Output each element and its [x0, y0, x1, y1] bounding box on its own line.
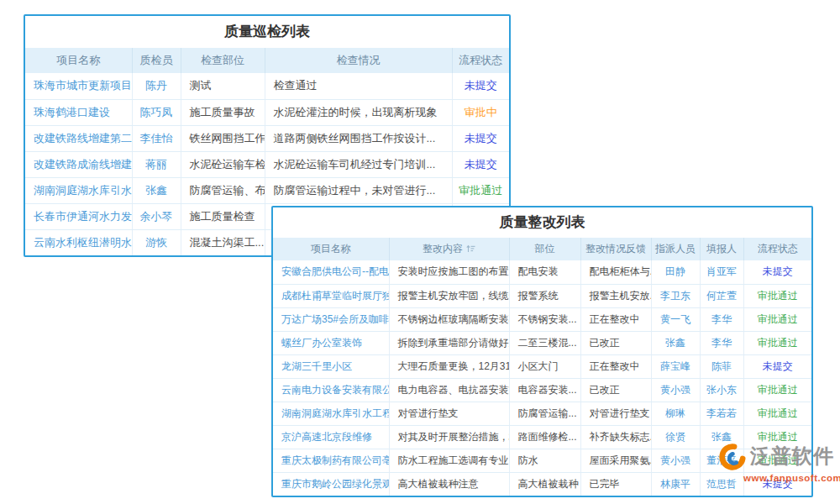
table-cell: 防腐管运输、布管: [181, 177, 265, 203]
cell-text: 防腐管运输...: [518, 407, 577, 419]
table-row: 湖南洞庭湖水库引水工程施工标对管进行垫支防腐管运输...对管进行垫支柳琳李若若审…: [273, 402, 811, 425]
person-link[interactable]: 李佳怡: [140, 132, 173, 144]
column-header-label: 流程状态: [758, 243, 798, 255]
person-link[interactable]: 陈丹: [145, 79, 167, 92]
project-link[interactable]: 湖南洞庭湖水库引水工程施工标: [281, 407, 389, 419]
person-link[interactable]: 董清平: [706, 454, 737, 466]
person-link[interactable]: 黄小强: [660, 384, 690, 396]
status-text: 审批通过: [459, 184, 502, 197]
table-cell: 测试: [181, 73, 265, 99]
project-link[interactable]: 安徽合肥供电公司--配电设备...: [281, 265, 389, 277]
cell-text: 测试: [190, 79, 212, 92]
person-link[interactable]: 张鑫: [145, 184, 167, 197]
table-cell: 李华: [700, 307, 743, 331]
person-link[interactable]: 肖亚军: [706, 265, 737, 277]
cell-text: 正在整改中: [590, 313, 640, 325]
table-cell: 审批通过: [743, 378, 811, 402]
table-cell: 施工质量事故: [181, 99, 265, 125]
table-cell: 余小琴: [132, 203, 181, 229]
status-text: 审批通过: [758, 431, 798, 443]
project-link[interactable]: 京沪高速北京段维修: [281, 431, 372, 443]
table-row: 万达广场35#会所及咖啡厅空...不锈钢边框玻璃隔断安装不牢...不锈钢安装..…: [273, 307, 811, 331]
cell-text: 报警主机安放牢固，线缆连接...: [398, 290, 510, 302]
person-link[interactable]: 张鑫: [711, 431, 732, 443]
sort-icon[interactable]: [466, 244, 475, 253]
table-cell: 李华: [700, 331, 743, 354]
table-cell: 高大植被栽种注意: [389, 472, 509, 496]
project-link[interactable]: 龙湖三千里小区: [281, 360, 352, 372]
project-link[interactable]: 云南水利枢纽潜明水库...: [34, 236, 132, 249]
person-link[interactable]: 范思哲: [706, 478, 737, 490]
person-link[interactable]: 李卫东: [660, 290, 690, 302]
cell-text: 屋面采用聚氨...: [590, 454, 652, 466]
column-header: 指派人员: [651, 238, 700, 260]
project-link[interactable]: 重庆市鹅岭公园绿化景观提升...: [281, 478, 389, 490]
person-link[interactable]: 游恢: [145, 236, 167, 249]
person-link[interactable]: 李若若: [706, 407, 737, 419]
table-cell: 配电柜柜体与...: [580, 260, 651, 284]
column-header-label: 质检员: [140, 54, 173, 66]
table-cell: 报警系统: [509, 284, 580, 307]
table-cell: 不锈钢边框玻璃隔断安装不牢...: [389, 307, 509, 331]
person-link[interactable]: 蒋丽: [145, 158, 167, 171]
status-text: 审批中: [465, 106, 497, 118]
table-cell: 游恢: [132, 229, 181, 255]
table-cell: 二至三楼混...: [509, 331, 580, 354]
project-link[interactable]: 云南电力设备安装有限公司20...: [281, 384, 389, 396]
cell-text: 防水: [518, 454, 538, 466]
status-text: 未提交: [763, 265, 793, 277]
status-text: 未提交: [465, 79, 497, 92]
table-cell: 李若若: [700, 402, 743, 425]
person-link[interactable]: 薛宝峰: [660, 360, 690, 372]
table-cell: 成都杜甫草堂临时展厅独立展...: [273, 284, 389, 307]
table-row: 龙湖三千里小区大理石质量更换，12月31日之...小区大门正在整改中薛宝峰陈菲未…: [273, 354, 811, 378]
project-link[interactable]: 长春市伊通河水力发电...: [34, 210, 132, 223]
table-cell: 陈巧凤: [132, 99, 181, 125]
project-link[interactable]: 改建铁路成渝线增建第...: [34, 158, 132, 171]
column-header-label: 检查情况: [337, 54, 381, 66]
cell-text: 配电安装: [518, 265, 559, 277]
person-link[interactable]: 徐贤: [665, 431, 685, 443]
cell-text: 检查通过: [274, 79, 318, 92]
table-cell: 范思哲: [700, 472, 743, 496]
table-cell: 董清平: [700, 449, 743, 472]
status-text: 审批通过: [758, 313, 798, 325]
table-cell: 肖亚军: [700, 260, 743, 284]
table-cell: 改建铁路线增建第二线...: [25, 125, 132, 151]
table-row: 成都杜甫草堂临时展厅独立展...报警主机安放牢固，线缆连接...报警系统报警主机…: [273, 284, 811, 307]
person-link[interactable]: 张小东: [706, 384, 737, 396]
table-cell: 张小东: [700, 378, 743, 402]
table-cell: 林康平: [651, 472, 700, 496]
person-link[interactable]: 陈巧凤: [140, 106, 173, 118]
table-cell: 何芷萱: [700, 284, 743, 307]
person-link[interactable]: 田静: [665, 265, 685, 277]
table-cell: 京沪高速北京段维修: [273, 425, 389, 449]
column-header: 填报人: [700, 238, 743, 260]
project-link[interactable]: 珠海市城市更新项目紫...: [34, 79, 132, 92]
table-row: 重庆太极制药有限公司亳州中...防水工程施工选调有专业资质...防水屋面采用聚氨…: [273, 449, 811, 472]
person-link[interactable]: 陈菲: [711, 360, 732, 372]
person-link[interactable]: 黄一飞: [660, 313, 690, 325]
project-link[interactable]: 珠海鹤港口建设: [34, 106, 110, 118]
table-cell: 龙湖三千里小区: [273, 354, 389, 378]
person-link[interactable]: 林康平: [660, 478, 690, 490]
table-cell: 施工质量检查: [181, 203, 265, 229]
project-link[interactable]: 改建铁路线增建第二线...: [34, 132, 132, 144]
project-link[interactable]: 成都杜甫草堂临时展厅独立展...: [281, 290, 389, 302]
person-link[interactable]: 张鑫: [665, 337, 685, 349]
project-link[interactable]: 湖南洞庭湖水库引水工...: [34, 184, 132, 197]
person-link[interactable]: 李华: [711, 337, 732, 349]
project-link[interactable]: 螺丝厂办公室装饰: [281, 337, 362, 349]
person-link[interactable]: 余小琴: [140, 210, 173, 223]
table-cell: 防水: [509, 449, 580, 472]
table-cell: 已改正: [580, 331, 651, 354]
project-link[interactable]: 万达广场35#会所及咖啡厅空...: [281, 313, 389, 325]
person-link[interactable]: 柳琳: [665, 407, 685, 419]
table-cell: 陈丹: [132, 73, 181, 99]
project-link[interactable]: 重庆太极制药有限公司亳州中...: [281, 454, 389, 466]
person-link[interactable]: 黄小强: [660, 454, 690, 466]
column-header[interactable]: 整改内容: [389, 238, 509, 260]
person-link[interactable]: 李华: [711, 313, 732, 325]
table-cell: 薛宝峰: [651, 354, 700, 378]
person-link[interactable]: 何芷萱: [706, 290, 737, 302]
